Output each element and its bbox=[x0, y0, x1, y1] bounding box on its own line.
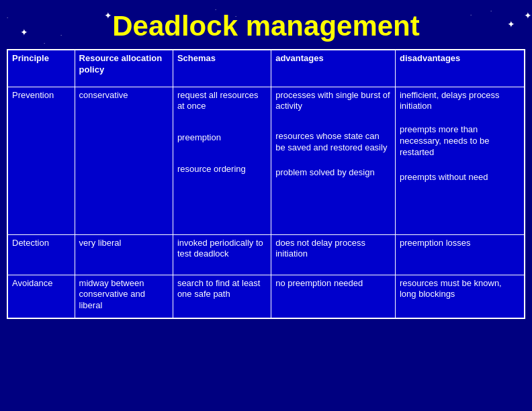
prevention-advantages: processes with single burst of activity … bbox=[271, 87, 396, 234]
detection-principle: Detection bbox=[7, 234, 75, 275]
star-decoration: · bbox=[79, 52, 81, 58]
deadlock-table: Principle Resource allocation policy Sch… bbox=[7, 49, 525, 319]
disadv-preempts-without: preempts without need bbox=[400, 172, 520, 183]
star-decoration: ✦ bbox=[524, 10, 532, 21]
prevention-schemas: request all resources at once preemption… bbox=[173, 87, 271, 234]
adv-processes: processes with single burst of activity bbox=[275, 90, 391, 113]
prevention-disadvantages: inefficient, delays process initiation p… bbox=[395, 87, 525, 234]
detection-disadvantages: preemption losses bbox=[395, 234, 525, 275]
main-table-container: Principle Resource allocation policy Sch… bbox=[0, 49, 532, 322]
page-header: ✦ · · ✦ · · · · ✦ ✦ · · · Deadlock manag… bbox=[0, 0, 532, 49]
disadv-preempts-more: preempts more than necessary, needs to b… bbox=[400, 124, 520, 158]
star-decoration: · bbox=[30, 52, 32, 58]
disadv-inefficient: inefficient, delays process initiation bbox=[400, 90, 520, 113]
prevention-principle: Prevention bbox=[7, 87, 75, 234]
adv-resources: resources whose state can be saved and r… bbox=[275, 131, 391, 154]
star-decoration: · bbox=[235, 13, 236, 19]
schema-resource-ordering: resource ordering bbox=[177, 164, 267, 175]
schema-request: request all resources at once bbox=[177, 90, 267, 113]
star-decoration: · bbox=[490, 8, 492, 14]
header-principle: Principle bbox=[7, 50, 75, 87]
page-title: Deadlock management bbox=[0, 10, 532, 42]
detection-schemas: invoked periodically to test deadlock bbox=[173, 234, 271, 275]
table-header-row: Principle Resource allocation policy Sch… bbox=[7, 50, 525, 87]
schema-preemption: preemption bbox=[177, 132, 267, 144]
prevention-policy: conservative bbox=[75, 87, 173, 234]
avoidance-principle: Avoidance bbox=[7, 275, 75, 318]
star-decoration: · bbox=[470, 12, 472, 18]
star-decoration: ✦ bbox=[20, 27, 28, 38]
star-decoration: ✦ bbox=[104, 10, 112, 21]
header-advantages: advantages bbox=[271, 50, 396, 87]
detection-advantages: does not delay process initiation bbox=[271, 234, 396, 275]
star-decoration: · bbox=[60, 32, 62, 38]
star-decoration: · bbox=[44, 40, 45, 46]
header-policy: Resource allocation policy bbox=[75, 50, 173, 87]
avoidance-schemas: search to find at least one safe path bbox=[173, 275, 271, 318]
avoidance-policy: midway between conservative and liberal bbox=[75, 275, 173, 318]
avoidance-advantages: no preemption needed bbox=[271, 275, 396, 318]
star-decoration: · bbox=[215, 7, 216, 13]
header-schemas: Schemas bbox=[173, 50, 271, 87]
header-disadvantages: disadvantages bbox=[395, 50, 525, 87]
star-decoration: · bbox=[7, 15, 8, 21]
star-decoration: ✦ bbox=[507, 19, 515, 30]
avoidance-disadvantages: resources must be known, long blockings bbox=[395, 275, 525, 318]
table-row-prevention: Prevention conservative request all reso… bbox=[7, 87, 525, 234]
table-row-detection: Detection very liberal invoked periodica… bbox=[7, 234, 525, 275]
detection-policy: very liberal bbox=[75, 234, 173, 275]
adv-problem: problem solved by design bbox=[275, 167, 391, 179]
table-row-avoidance: Avoidance midway between conservative an… bbox=[7, 275, 525, 318]
